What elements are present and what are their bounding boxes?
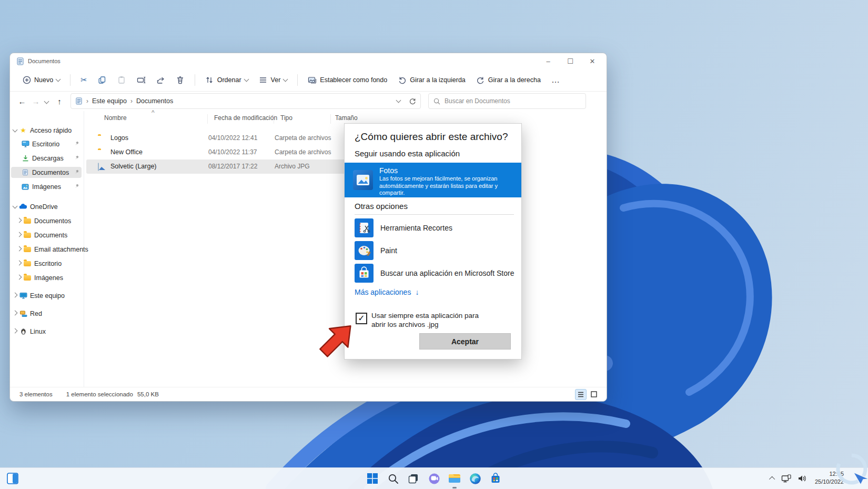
view-button[interactable]: Ver — [254, 73, 292, 88]
sidebar-item-network[interactable]: Red — [11, 308, 82, 319]
edge-icon — [469, 473, 481, 485]
accept-button[interactable]: Aceptar — [419, 333, 511, 350]
address-bar[interactable]: › Este equipo › Documentos — [70, 93, 421, 109]
sidebar-item-onedrive-escritorio[interactable]: Escritorio — [11, 258, 82, 269]
search-button[interactable] — [386, 472, 400, 485]
rotate-right-button[interactable]: Girar a la derecha — [471, 73, 546, 88]
navigation-bar: ← → ↑ › Este equipo › Documentos — [10, 91, 607, 111]
breadcrumb-folder[interactable]: Documentos — [136, 97, 173, 105]
app-option-snipping-tool[interactable]: Herramienta Recortes — [355, 218, 514, 238]
red-annotation-arrow — [315, 312, 362, 359]
sidebar-item-email-attachments[interactable]: Email attachments — [11, 244, 82, 255]
store-button[interactable] — [489, 472, 502, 485]
chevron-collapsed-icon[interactable] — [12, 292, 17, 297]
chevron-expanded-icon[interactable] — [12, 127, 17, 132]
chevron-collapsed-icon[interactable] — [12, 328, 17, 333]
new-button[interactable]: Nuevo — [17, 73, 65, 88]
chevron-collapsed-icon[interactable] — [16, 246, 22, 251]
cut-button[interactable]: ✂ — [76, 72, 92, 88]
maximize-button[interactable]: ☐ — [559, 53, 581, 69]
recent-locations-chevron-icon[interactable] — [44, 98, 49, 104]
sidebar-item-this-pc[interactable]: Este equipo — [11, 290, 82, 301]
trash-icon — [176, 76, 185, 85]
forward-button[interactable]: → — [29, 97, 43, 106]
rename-icon — [137, 76, 146, 85]
volume-icon[interactable] — [798, 474, 807, 483]
start-button[interactable] — [366, 472, 379, 485]
sidebar-item-onedrive-imagenes[interactable]: Imágenes — [11, 272, 82, 283]
rotate-left-button[interactable]: Girar a la izquierda — [393, 73, 470, 88]
app-option-fotos[interactable]: Fotos Las fotos se mejoran fácilmente, s… — [345, 163, 521, 197]
chevron-down-icon — [244, 77, 249, 82]
rotate-right-label: Girar a la derecha — [488, 76, 541, 84]
folder-icon — [24, 247, 31, 252]
file-explorer-icon — [448, 473, 461, 484]
sidebar-item-onedrive-documents[interactable]: Documents — [11, 229, 82, 241]
chevron-collapsed-icon[interactable] — [16, 232, 22, 237]
sidebar-item-downloads[interactable]: Descargas — [11, 153, 82, 164]
wallpaper-icon — [308, 76, 317, 85]
chevron-collapsed-icon[interactable] — [16, 217, 22, 223]
share-button[interactable] — [152, 73, 170, 88]
up-button[interactable]: ↑ — [53, 97, 66, 106]
widgets-button[interactable] — [6, 472, 19, 487]
chevron-collapsed-icon[interactable] — [12, 310, 17, 315]
breadcrumb-device[interactable]: Este equipo — [92, 97, 127, 105]
file-type: Archivo JPG — [275, 163, 310, 170]
widgets-icon — [6, 472, 19, 485]
rename-button[interactable] — [132, 73, 150, 88]
snipping-tool-icon — [355, 218, 374, 237]
sidebar-item-linux[interactable]: Linux — [11, 326, 82, 337]
open-with-dialog: ¿Cómo quieres abrir este archivo? Seguir… — [344, 123, 522, 360]
app-option-microsoft-store[interactable]: Buscar una aplicación en Microsoft Store — [355, 264, 514, 284]
close-button[interactable]: ✕ — [581, 53, 603, 69]
sidebar-item-quick-access[interactable]: ★ Acceso rápido — [11, 125, 82, 136]
minimize-button[interactable]: – — [537, 53, 559, 69]
sidebar-item-desktop[interactable]: Escritorio — [11, 138, 82, 149]
sidebar-item-pictures[interactable]: Imágenes — [11, 181, 82, 192]
task-view-button[interactable] — [407, 472, 420, 485]
see-more-button[interactable]: … — [547, 72, 565, 88]
file-explorer-button[interactable] — [448, 472, 461, 485]
file-date: 04/10/2022 11:37 — [208, 148, 257, 156]
set-background-button[interactable]: Establecer como fondo — [303, 73, 392, 88]
file-date: 04/10/2022 12:41 — [208, 134, 257, 142]
copy-button[interactable] — [93, 73, 112, 88]
paste-button[interactable] — [113, 73, 131, 88]
tray-overflow-chevron-icon[interactable] — [769, 476, 775, 482]
back-button[interactable]: ← — [15, 97, 29, 106]
app-name: Fotos — [379, 166, 398, 175]
chat-button[interactable] — [427, 472, 441, 485]
refresh-icon[interactable] — [409, 97, 416, 105]
rotate-right-icon — [476, 76, 485, 85]
details-view-button[interactable] — [575, 389, 587, 400]
chevron-collapsed-icon[interactable] — [16, 260, 22, 265]
sidebar-item-onedrive-documentos[interactable]: Documentos — [11, 215, 82, 226]
large-icons-view-button[interactable] — [589, 389, 599, 399]
sidebar-item-onedrive[interactable]: OneDrive — [11, 201, 82, 212]
sidebar-item-documents[interactable]: Documentos — [11, 167, 82, 178]
address-dropdown-chevron-icon[interactable] — [396, 98, 401, 103]
chevron-collapsed-icon[interactable] — [16, 274, 22, 280]
document-icon — [16, 57, 24, 65]
app-option-paint[interactable]: Paint — [355, 241, 514, 261]
selected-count: 1 elemento seleccionado — [66, 391, 133, 397]
image-file-icon — [98, 163, 99, 171]
more-icon: … — [551, 75, 560, 85]
windows-start-icon — [367, 473, 378, 484]
network-icon[interactable] — [781, 474, 791, 483]
search-icon — [388, 473, 399, 484]
chevron-expanded-icon[interactable] — [12, 203, 17, 208]
search-input[interactable]: Buscar en Documentos — [428, 93, 586, 109]
more-apps-link[interactable]: Más aplicaciones ↓ — [355, 288, 419, 296]
sort-button[interactable]: Ordenar — [200, 73, 253, 88]
selection-info: 1 elemento seleccionado 55,0 KB — [66, 391, 159, 397]
sort-icon — [205, 76, 214, 85]
delete-button[interactable] — [171, 73, 189, 88]
share-icon — [156, 76, 165, 85]
folder-icon — [24, 233, 31, 238]
desktop-icon — [21, 141, 30, 147]
edge-button[interactable] — [468, 472, 482, 485]
title-bar: Documentos – ☐ ✕ — [10, 53, 607, 69]
app-name: Herramienta Recortes — [380, 224, 452, 232]
